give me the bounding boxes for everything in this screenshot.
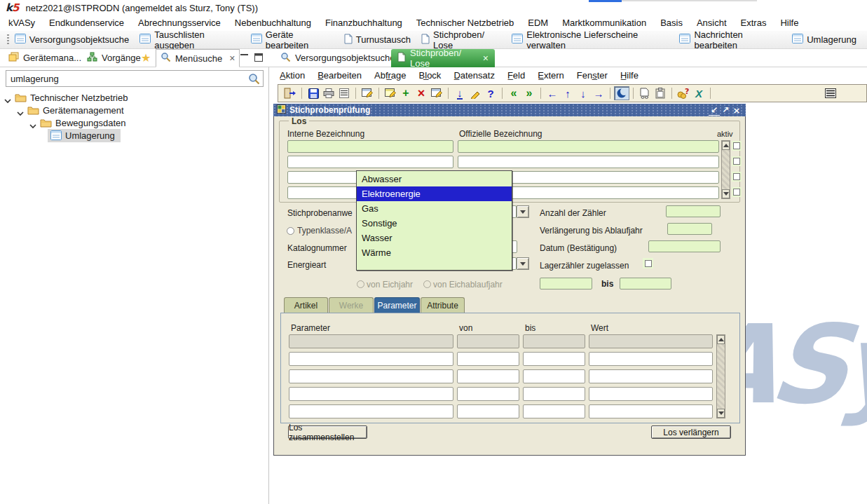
tree-item-bewegungsdaten[interactable]: Bewegungsdaten	[55, 118, 125, 128]
aktiv-checkbox-row2[interactable]	[732, 156, 742, 166]
parameter-cell-r3c2[interactable]	[457, 369, 519, 383]
exit-icon[interactable]	[282, 86, 298, 100]
chevron-down-icon[interactable]	[4, 94, 11, 107]
quick-tauschlisten-button[interactable]: Tauschlisten ausgeben	[139, 29, 240, 50]
aktiv-checkbox-row1[interactable]	[732, 141, 742, 151]
verlaengerung-input[interactable]	[667, 223, 712, 235]
edit-icon[interactable]	[467, 86, 483, 100]
parameter-cell-r4c1[interactable]	[289, 387, 453, 401]
search-icon[interactable]	[248, 73, 260, 88]
los-intern-input-row1[interactable]	[287, 140, 453, 153]
parameter-cell-r1c2[interactable]	[457, 334, 519, 348]
von-eichjahr-radio[interactable]	[357, 280, 364, 288]
delete-record-icon[interactable]: ×	[414, 86, 429, 100]
forms-menu-abfrage[interactable]: Abfr̲age	[368, 67, 413, 84]
previous-record-icon[interactable]: ←	[545, 86, 560, 100]
los-verlaengern-button[interactable]: Los verlängern	[651, 425, 731, 439]
scroll-down-arrow-icon[interactable]	[722, 189, 730, 198]
copy-record-icon[interactable]	[637, 86, 653, 100]
aktiv-checkbox-row3[interactable]	[732, 172, 742, 182]
toolbar-grip[interactable]	[7, 34, 9, 46]
forms-menu-bearbeiten[interactable]: B̲earbeiten	[311, 67, 368, 84]
star-icon[interactable]: ★	[137, 49, 155, 67]
los-intern-input-row2[interactable]	[287, 156, 453, 168]
tab-attribute[interactable]: Attribute	[421, 297, 465, 313]
help-icon[interactable]: ?	[483, 86, 498, 100]
window-close-icon[interactable]: ×	[731, 105, 742, 116]
maximize-pane-icon[interactable]	[253, 53, 264, 62]
tab-stichproben-lose[interactable]: Stichproben/ Lose ×	[391, 49, 495, 67]
forms-menu-fenster[interactable]: Fens̲ter	[571, 67, 614, 84]
typenklasse-radio[interactable]	[287, 227, 294, 235]
scroll-down-arrow-icon[interactable]	[717, 409, 725, 418]
balance-help-icon[interactable]: ?	[676, 86, 691, 100]
tree-item-umlagerung[interactable]: Umlagerung	[65, 130, 115, 141]
scrollbar-track[interactable]	[717, 344, 725, 409]
forms-menu-hilfe[interactable]: H̲ilfe	[614, 67, 645, 84]
parameter-cell-r2c4[interactable]	[589, 352, 713, 366]
quick-lieferscheine-button[interactable]: Elektronische Lieferscheine verwalten	[512, 29, 669, 50]
forms-menu-block[interactable]: Bl̲ock	[413, 67, 448, 84]
scroll-down-icon[interactable]: ↓	[575, 86, 591, 100]
parameter-cell-r5c2[interactable]	[457, 404, 519, 418]
quick-umlagerung-button[interactable]: Umlagerung	[792, 34, 856, 46]
tab-werke[interactable]: Werke	[329, 297, 374, 313]
tab-geraetemanagement[interactable]: Gerätemana...	[4, 49, 86, 67]
tab-parameter[interactable]: Parameter	[374, 297, 420, 313]
parameter-cell-r1c1[interactable]	[289, 334, 453, 348]
window-list-icon[interactable]	[823, 86, 838, 100]
scroll-up-arrow-icon[interactable]	[722, 141, 730, 150]
parameter-cell-r3c3[interactable]	[523, 369, 585, 383]
parameter-cell-r5c1[interactable]	[289, 404, 453, 418]
parameter-cell-r5c4[interactable]	[589, 404, 713, 418]
eichjahr-bis-input[interactable]	[620, 278, 671, 290]
combo-dropdown-arrow-icon[interactable]	[517, 205, 529, 218]
dropdown-item-sonstige[interactable]: Sonstige	[357, 216, 512, 231]
next-record-icon[interactable]: →	[591, 86, 606, 100]
parameter-cell-r4c4[interactable]	[589, 387, 713, 401]
quick-nachrichten-button[interactable]: Nachrichten bearbeiten	[679, 29, 781, 50]
dropdown-item-gas[interactable]: Gas	[357, 201, 512, 216]
tab-versorgungsobjektsuche[interactable]: Versorgungsobjektsuche	[274, 49, 401, 67]
enter-query-icon[interactable]	[383, 86, 398, 100]
chevron-down-icon[interactable]	[29, 119, 36, 132]
los-zusammenstellen-button[interactable]: Los zusammenstellen	[288, 425, 367, 439]
clipboard-icon[interactable]	[653, 86, 668, 100]
window-restore-icon[interactable]: ↗	[720, 105, 731, 115]
combo-dropdown-arrow-icon[interactable]	[517, 257, 529, 270]
minimize-pane-icon[interactable]	[239, 53, 250, 62]
datum-bestaetigung-input[interactable]	[648, 240, 721, 252]
tree-item-geraetemanagement[interactable]: Gerätemanagement	[43, 105, 124, 116]
los-offiziell-input-row2[interactable]	[458, 156, 719, 168]
parameter-cell-r2c1[interactable]	[289, 352, 453, 366]
forms-menu-extern[interactable]: E̲xtern	[531, 67, 571, 84]
next-block-icon[interactable]: »	[521, 86, 537, 100]
parameter-cell-r4c2[interactable]	[457, 387, 519, 401]
parameter-cell-r5c3[interactable]	[523, 404, 585, 418]
quick-turnustausch-button[interactable]: Turnustausch	[344, 34, 411, 46]
lagerzaehler-checkbox[interactable]	[643, 258, 653, 268]
menu-endkundenservice[interactable]: Endkundenservice	[42, 15, 131, 31]
scroll-up-icon[interactable]: ↑	[560, 86, 575, 100]
forms-menu-aktion[interactable]: A̲ktion	[273, 67, 311, 84]
menu-kvasy[interactable]: kVASy	[1, 15, 42, 31]
dropdown-item-wasser[interactable]: Wasser	[357, 231, 512, 245]
close-icon[interactable]: ×	[483, 53, 489, 64]
parameter-cell-r4c3[interactable]	[523, 387, 585, 401]
cancel-query-icon[interactable]	[429, 86, 444, 100]
forms-menu-feld[interactable]: F̲eld	[501, 67, 531, 84]
excel-export-icon[interactable]: X	[691, 86, 706, 100]
chevron-down-icon[interactable]	[17, 107, 24, 119]
window-minimize-icon[interactable]: ↙	[709, 105, 720, 116]
aktiv-checkbox-row4[interactable]	[732, 187, 742, 197]
tab-menuesuche[interactable]: Menüsuche ×	[156, 49, 240, 67]
los-offiziell-input-row1[interactable]	[458, 140, 719, 153]
save-icon[interactable]	[306, 86, 321, 100]
parameter-cell-r2c2[interactable]	[457, 352, 519, 366]
list-values-icon[interactable]	[336, 86, 352, 100]
siv-logo-icon[interactable]	[614, 86, 629, 100]
close-icon[interactable]: ×	[229, 53, 235, 64]
eichjahr-von-input[interactable]	[540, 278, 592, 290]
commit-icon[interactable]: ↓	[452, 86, 467, 100]
scroll-up-arrow-icon[interactable]	[717, 335, 725, 344]
